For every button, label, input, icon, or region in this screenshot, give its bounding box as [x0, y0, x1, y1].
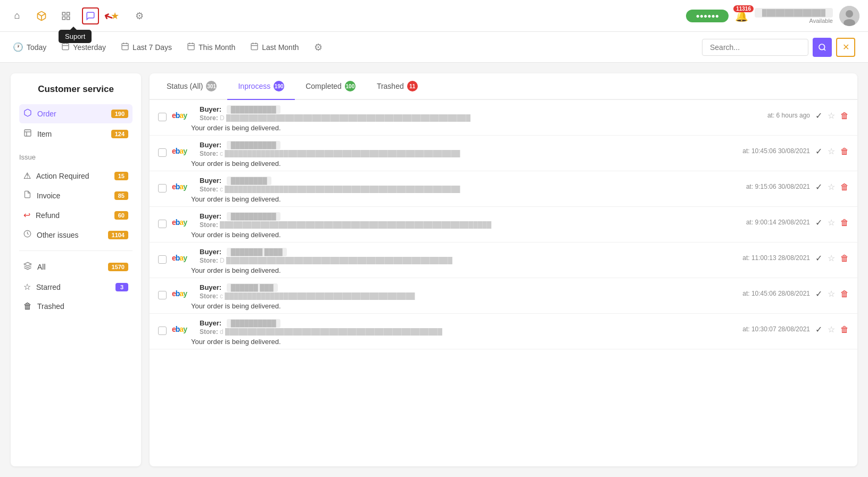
mark-done-button-2[interactable]: ✓ — [815, 182, 822, 192]
svg-rect-12 — [122, 43, 128, 49]
sidebar-item-trashed[interactable]: 🗑 Trashed — [19, 297, 133, 315]
tab-trashed[interactable]: Trashed 11 — [366, 73, 428, 100]
star-message-button-0[interactable]: ☆ — [828, 111, 835, 121]
delete-message-button-6[interactable]: 🗑 — [840, 325, 849, 334]
message-group: ebay Buyer: ██████ ███ Store: c ████████… — [150, 278, 857, 314]
content-area: Status (All) 301 Inprocess 190 Completed… — [150, 73, 857, 466]
star-message-button-2[interactable]: ☆ — [828, 182, 835, 192]
tab-status-all[interactable]: Status (All) 301 — [156, 73, 227, 100]
gear-nav-icon[interactable]: ⚙ — [131, 7, 148, 24]
close-icon: ✕ — [842, 42, 849, 52]
box-nav-icon[interactable] — [33, 7, 50, 24]
mark-done-button-0[interactable]: ✓ — [815, 111, 822, 121]
svg-rect-8 — [62, 43, 69, 49]
svg-point-24 — [819, 44, 825, 50]
filter-settings-icon[interactable]: ⚙ — [314, 41, 323, 53]
delete-message-button-5[interactable]: 🗑 — [840, 289, 849, 299]
sidebar-item-refund[interactable]: ↩ Refund 60 — [19, 206, 133, 224]
message-info-3: Buyer: ██████████ Store: ███████████████… — [200, 212, 741, 229]
sidebar: Customer service Order 190 Item 124 Issu… — [11, 73, 141, 466]
delete-message-button-0[interactable]: 🗑 — [840, 111, 849, 121]
message-row: ebay Buyer: ██████████ Store: d ████████… — [158, 319, 849, 336]
user-name: ██████████████ — [755, 8, 833, 18]
message-checkbox-0[interactable] — [158, 113, 167, 121]
svg-rect-20 — [251, 43, 258, 49]
other-issues-label: Other issues — [37, 231, 108, 239]
action-required-icon: ⚠ — [23, 171, 31, 181]
delete-message-button-2[interactable]: 🗑 — [840, 182, 849, 192]
message-row: ebay Buyer: ██████████ Store: ██████████… — [158, 212, 849, 229]
sidebar-item-other-issues[interactable]: Other issues 1104 — [19, 225, 133, 244]
filter-last7days-label: Last 7 Days — [133, 43, 172, 52]
star-message-button-3[interactable]: ☆ — [828, 217, 835, 228]
filter-lastmonth[interactable]: Last Month — [250, 42, 299, 53]
ebay-logo: ebay — [172, 289, 194, 298]
sidebar-item-item[interactable]: Item 124 — [19, 124, 133, 144]
sidebar-item-all[interactable]: All 1570 — [19, 257, 133, 277]
ebay-logo: ebay — [172, 146, 194, 156]
mark-done-button-6[interactable]: ✓ — [815, 324, 822, 334]
message-checkbox-3[interactable] — [158, 220, 167, 228]
message-group: ebay Buyer: ██████████ Store: D ████████… — [150, 100, 857, 136]
bell-wrapper[interactable]: 🔔 11316 — [735, 10, 748, 22]
message-row: ebay Buyer: ██████ ███ Store: c ████████… — [158, 283, 849, 300]
grid-nav-icon[interactable] — [57, 7, 75, 24]
delete-message-button-4[interactable]: 🗑 — [840, 254, 849, 263]
star-message-button-1[interactable]: ☆ — [828, 146, 835, 156]
close-filter-button[interactable]: ✕ — [836, 38, 855, 57]
tab-inprocess[interactable]: Inprocess 190 — [227, 73, 295, 100]
filter-thismonth[interactable]: This Month — [187, 42, 235, 53]
message-info-1: Buyer: ██████████ Store: c █████████████… — [200, 141, 737, 157]
sidebar-item-order[interactable]: Order 190 — [19, 104, 133, 123]
bell-badge: 11316 — [733, 5, 754, 12]
sidebar-divider — [19, 250, 133, 251]
message-group: ebay Buyer: ██████████ Store: d ████████… — [150, 314, 857, 349]
item-icon — [23, 129, 32, 139]
filter-yesterday[interactable]: Yesterday — [61, 42, 106, 53]
mark-done-button-5[interactable]: ✓ — [815, 289, 822, 299]
message-checkbox-2[interactable] — [158, 184, 167, 193]
message-checkbox-1[interactable] — [158, 148, 167, 157]
order-label: Order — [37, 110, 111, 118]
message-store-0: Store: D ███████████████████████████████… — [200, 114, 572, 122]
message-checkbox-4[interactable] — [158, 255, 167, 264]
tab-status-all-badge: 301 — [206, 81, 217, 91]
ebay-logo: ebay — [172, 111, 194, 120]
home-nav-icon[interactable]: ⌂ — [9, 7, 26, 24]
filter-last7days[interactable]: Last 7 Days — [121, 42, 172, 53]
message-store-1: Store: c ███████████████████████████████… — [200, 150, 572, 157]
tab-completed[interactable]: Completed 100 — [295, 73, 366, 100]
message-store-5: Store: c ███████████████████████████████… — [200, 292, 572, 300]
svg-rect-2 — [67, 12, 70, 15]
message-store-6: Store: d ███████████████████████████████… — [200, 328, 572, 336]
star-message-button-4[interactable]: ☆ — [828, 253, 835, 263]
delete-message-button-1[interactable]: 🗑 — [840, 147, 849, 156]
sidebar-item-invoice[interactable]: Invoice 85 — [19, 186, 133, 205]
mark-done-button-3[interactable]: ✓ — [815, 217, 822, 228]
message-checkbox-6[interactable] — [158, 327, 167, 335]
sidebar-item-action-required[interactable]: ⚠ Action Required 15 — [19, 166, 133, 185]
message-checkbox-5[interactable] — [158, 291, 167, 299]
order-badge: 190 — [111, 110, 128, 118]
filter-yesterday-label: Yesterday — [73, 43, 106, 52]
search-button[interactable] — [813, 38, 832, 57]
filter-today[interactable]: 🕐 Today — [13, 42, 46, 52]
refund-label: Refund — [36, 211, 114, 220]
delete-message-button-3[interactable]: 🗑 — [840, 218, 849, 228]
sidebar-item-starred[interactable]: ☆ Starred 3 — [19, 278, 133, 296]
message-row: ebay Buyer: ████████ Store: c ██████████… — [158, 177, 849, 193]
message-store-4: Store: D ███████████████████████████████… — [200, 257, 572, 264]
issue-section-title: Issue — [19, 153, 133, 161]
support-tooltip: Suport — [59, 30, 92, 43]
search-input[interactable] — [702, 39, 808, 56]
user-info: ██████████████ Available — [755, 8, 833, 24]
action-required-label: Action Required — [36, 172, 114, 180]
chat-nav-icon[interactable] — [82, 7, 99, 24]
message-buyer-2: Buyer: ████████ — [200, 177, 741, 185]
star-message-button-6[interactable]: ☆ — [828, 324, 835, 334]
nav-icons: ⌂ ★ ⚙ — [9, 7, 148, 24]
mark-done-button-1[interactable]: ✓ — [815, 146, 822, 156]
tab-completed-badge: 100 — [345, 81, 356, 91]
mark-done-button-4[interactable]: ✓ — [815, 253, 822, 263]
star-message-button-5[interactable]: ☆ — [828, 289, 835, 299]
